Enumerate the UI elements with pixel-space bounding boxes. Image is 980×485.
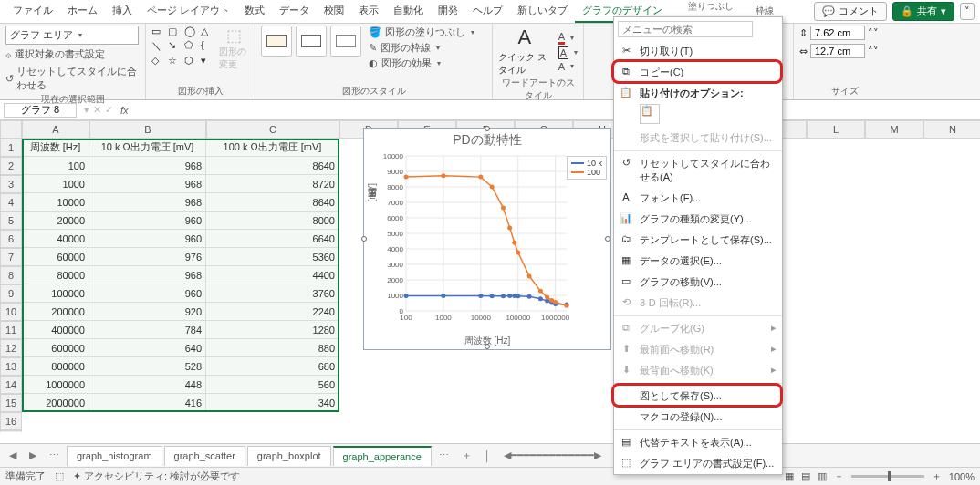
ctx-item-1[interactable]: ⧉コピー(C): [614, 62, 782, 83]
sheet-scroll[interactable]: ◀━━━━━━━━━━━━━▶: [498, 447, 607, 464]
cell[interactable]: 960: [89, 230, 206, 248]
cell[interactable]: 416: [89, 394, 206, 412]
sheet-nav-next[interactable]: ▶: [24, 447, 42, 464]
cell[interactable]: 448: [89, 376, 206, 394]
cell[interactable]: 8000: [206, 212, 339, 230]
cell[interactable]: 2000000: [22, 394, 89, 412]
tab-データ[interactable]: データ: [272, 0, 317, 23]
sheet-more[interactable]: ⋯: [44, 447, 65, 464]
sheet-tab-graph_scatter[interactable]: graph_scatter: [164, 446, 245, 466]
paste-option-1[interactable]: 📋: [640, 104, 660, 124]
cell[interactable]: 100000: [22, 284, 89, 303]
embedded-chart[interactable]: PDの動特性0100020003000400050006000700080009…: [363, 128, 611, 350]
cell[interactable]: 6640: [206, 230, 339, 248]
cell[interactable]: 5360: [206, 248, 339, 266]
chart-legend[interactable]: 10 k100: [567, 156, 607, 180]
tab-自動化[interactable]: 自動化: [386, 0, 431, 23]
row-header[interactable]: 16: [0, 412, 22, 430]
col-header-M[interactable]: M: [865, 120, 923, 139]
ctx-item-9[interactable]: 🗂テンプレートとして保存(S)...: [614, 230, 782, 251]
shape-style-2[interactable]: [296, 26, 327, 57]
shape-height-field[interactable]: ⇕ ˄˅: [799, 26, 879, 40]
collapse-ribbon-button[interactable]: ˅: [960, 3, 975, 20]
cell[interactable]: 200000: [22, 303, 89, 321]
cell[interactable]: 976: [89, 248, 206, 266]
sheet-add[interactable]: ＋: [456, 446, 477, 465]
sheet-tab-graph_boxplot[interactable]: graph_boxplot: [247, 446, 331, 466]
cell[interactable]: 960: [89, 284, 206, 303]
col-header-C[interactable]: C: [206, 120, 339, 139]
cell[interactable]: 600000: [22, 339, 89, 357]
cell[interactable]: 8720: [206, 175, 339, 193]
cell[interactable]: 2240: [206, 303, 339, 321]
chart-element-dropdown[interactable]: グラフ エリア: [5, 26, 139, 45]
row-header[interactable]: 9: [0, 284, 22, 303]
shape-effects-button[interactable]: ◐ 図形の効果: [369, 57, 474, 70]
cell[interactable]: 800000: [22, 357, 89, 376]
cell[interactable]: 20000: [22, 212, 89, 230]
row-header[interactable]: 12: [0, 339, 22, 357]
row-header[interactable]: 3: [0, 175, 22, 193]
menu-search-input[interactable]: [618, 21, 753, 37]
row-header[interactable]: 6: [0, 230, 22, 248]
zoom-slider[interactable]: [851, 475, 924, 478]
row-header[interactable]: 15: [0, 394, 22, 412]
tab-表示[interactable]: 表示: [351, 0, 386, 23]
cell-header[interactable]: 10 k Ω出力電圧 [mV]: [89, 139, 206, 157]
ctx-item-19[interactable]: マクロの登録(N)...: [614, 407, 782, 428]
tab-数式[interactable]: 数式: [237, 0, 272, 23]
row-header[interactable]: 11: [0, 321, 22, 339]
cell[interactable]: 920: [89, 303, 206, 321]
ctx-item-10[interactable]: ▦データの選択(E)...: [614, 251, 782, 272]
cell[interactable]: 400000: [22, 321, 89, 339]
shape-fill-button[interactable]: 🪣 図形の塗りつぶし: [369, 26, 474, 39]
tab-ホーム[interactable]: ホーム: [60, 0, 105, 23]
ctx-item-22[interactable]: ⬚グラフ エリアの書式設定(F)...: [614, 453, 782, 474]
cell[interactable]: 784: [89, 321, 206, 339]
cell[interactable]: 1000000: [22, 376, 89, 394]
accessibility-status[interactable]: ✦ アクセシビリティ: 検討が必要です: [73, 470, 240, 483]
tab-ファイル[interactable]: ファイル: [5, 0, 60, 23]
cell[interactable]: 640: [89, 339, 206, 357]
tab-開発[interactable]: 開発: [431, 0, 465, 23]
tab-挿入[interactable]: 挿入: [105, 0, 140, 23]
sheet-more2[interactable]: ⋯: [433, 447, 454, 464]
view-normal-icon[interactable]: ▦: [785, 470, 794, 482]
cell-header[interactable]: 周波数 [Hz]: [22, 139, 89, 157]
ctx-item-2[interactable]: 📋貼り付けのオプション:: [614, 83, 782, 104]
row-header[interactable]: 17: [0, 430, 22, 432]
col-header-B[interactable]: B: [89, 120, 206, 139]
ctx-item-0[interactable]: ✂切り取り(T): [614, 41, 782, 62]
cell[interactable]: 968: [89, 193, 206, 212]
col-header-A[interactable]: A: [22, 120, 89, 139]
cell[interactable]: 968: [89, 266, 206, 284]
sheet-tab-graph_histogram[interactable]: graph_histogram: [67, 446, 162, 466]
tab-校閲[interactable]: 校閲: [317, 0, 351, 23]
text-outline-button[interactable]: A: [558, 46, 578, 59]
cell[interactable]: 4400: [206, 266, 339, 284]
cell[interactable]: 528: [89, 357, 206, 376]
tab-ヘルプ[interactable]: ヘルプ: [465, 0, 510, 23]
ctx-item-11[interactable]: ▭グラフの移動(V)...: [614, 272, 782, 293]
sheet-tab-graph_apperance[interactable]: graph_apperance: [333, 446, 432, 466]
view-pagebreak-icon[interactable]: ▥: [818, 470, 827, 482]
zoom-level[interactable]: 100%: [949, 471, 975, 482]
cell[interactable]: 968: [89, 157, 206, 175]
cell[interactable]: 1000: [22, 175, 89, 193]
cell[interactable]: 3760: [206, 284, 339, 303]
share-button[interactable]: 🔒 共有 ▾: [892, 2, 954, 21]
cell[interactable]: 8640: [206, 157, 339, 175]
row-header[interactable]: 1: [0, 139, 22, 157]
cell-header[interactable]: 100 k Ω出力電圧 [mV]: [206, 139, 339, 157]
row-header[interactable]: 8: [0, 266, 22, 284]
row-header[interactable]: 2: [0, 157, 22, 175]
ctx-item-7[interactable]: Aフォント(F)...: [614, 188, 782, 209]
shape-style-1[interactable]: [261, 26, 292, 57]
ctx-item-18[interactable]: 図として保存(S)...: [614, 386, 782, 407]
view-pagelayout-icon[interactable]: ▤: [801, 470, 810, 482]
macro-record-icon[interactable]: ⬚: [55, 470, 64, 482]
row-header[interactable]: 14: [0, 376, 22, 394]
col-header-L[interactable]: L: [807, 120, 865, 139]
reset-style-button[interactable]: ↺ リセットしてスタイルに合わせる: [5, 64, 140, 93]
row-header[interactable]: 13: [0, 357, 22, 376]
